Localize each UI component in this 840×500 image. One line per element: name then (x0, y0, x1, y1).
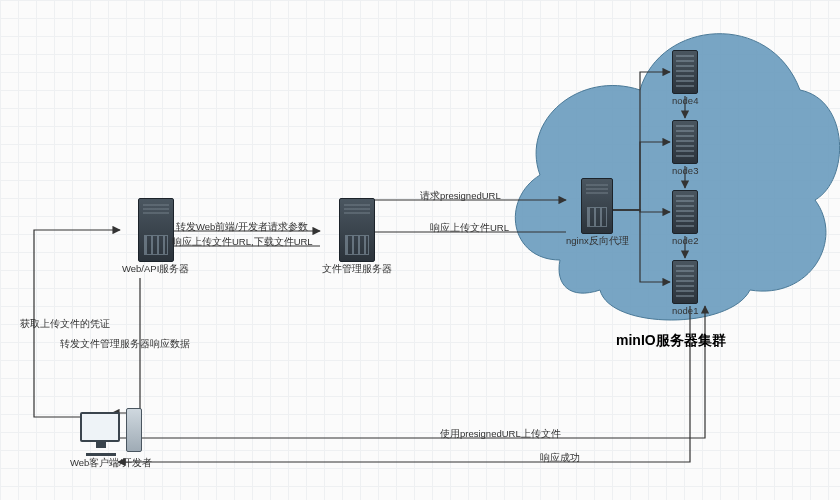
server-icon (339, 198, 375, 262)
server-label: 文件管理服务器 (322, 264, 392, 275)
server-node2: node2 (672, 190, 698, 247)
server-icon (672, 120, 698, 164)
server-node3: node3 (672, 120, 698, 177)
server-icon (672, 260, 698, 304)
edge-label: 转发Web前端/开发者请求参数 (176, 221, 308, 234)
server-label: node4 (672, 96, 698, 107)
edge-label: 请求presignedURL (420, 190, 501, 203)
server-node1: node1 (672, 260, 698, 317)
cluster-title: minIO服务器集群 (616, 332, 726, 350)
server-node4: node4 (672, 50, 698, 107)
edge-label: 使用presignedURL上传文件 (440, 428, 561, 441)
server-icon (672, 190, 698, 234)
edge-label: 响应上传文件URL,下载文件URL (172, 236, 313, 249)
server-label: node3 (672, 166, 698, 177)
server-label: node1 (672, 306, 698, 317)
edge-label: 响应上传文件URL (430, 222, 509, 235)
edge-label: 获取上传文件的凭证 (20, 318, 110, 331)
desktop-icon (80, 408, 142, 456)
client-label: Web客户端/开发者 (70, 458, 152, 469)
server-icon (672, 50, 698, 94)
edge-label: 响应成功 (540, 452, 580, 465)
server-nginx: nginx反向代理 (566, 178, 629, 247)
cloud-shape (500, 0, 840, 330)
server-icon (581, 178, 613, 234)
server-label: node2 (672, 236, 698, 247)
edge-label: 转发文件管理服务器响应数据 (60, 338, 190, 351)
client-desktop: Web客户端/开发者 (70, 408, 152, 469)
server-filemgr: 文件管理服务器 (322, 198, 392, 275)
server-label: nginx反向代理 (566, 236, 629, 247)
server-icon (138, 198, 174, 262)
server-label: Web/API服务器 (122, 264, 189, 275)
